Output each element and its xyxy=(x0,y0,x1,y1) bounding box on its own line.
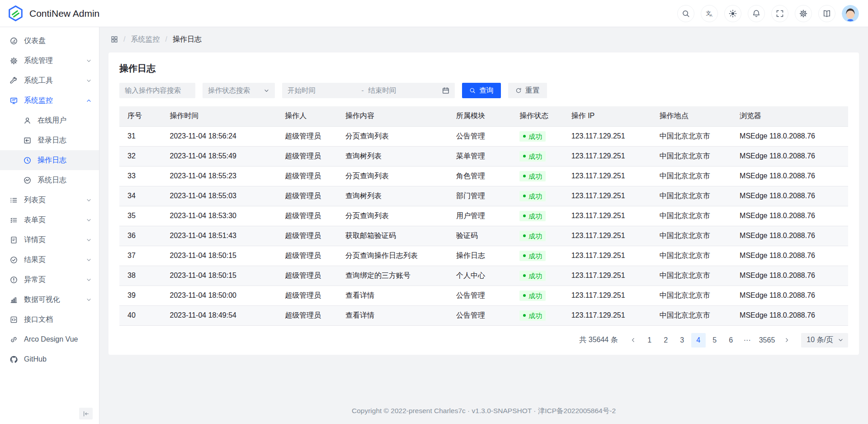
fullscreen-button[interactable] xyxy=(771,5,788,22)
history-icon xyxy=(24,157,31,164)
sidebar-item-label: 系统工具 xyxy=(24,76,80,86)
search-button[interactable]: 查询 xyxy=(462,83,501,98)
cell-location: 中国北京北京市 xyxy=(655,146,735,166)
sidebar-collapse-button[interactable] xyxy=(79,408,93,419)
cell-location: 中国北京北京市 xyxy=(655,166,735,186)
cell-index: 34 xyxy=(119,186,165,206)
user-avatar[interactable] xyxy=(842,5,859,22)
pagination-page-4[interactable]: 4 xyxy=(691,333,706,348)
sidebar-item-detail-page[interactable]: 详情页 xyxy=(0,230,99,250)
pagination-page-3[interactable]: 3 xyxy=(675,333,689,348)
pagination-prev-button[interactable] xyxy=(626,333,641,348)
sidebar-item-data-visualization[interactable]: 数据可视化 xyxy=(0,290,99,310)
sidebar-item-label: 结果页 xyxy=(24,255,80,265)
page-size-select[interactable]: 10 条/页 xyxy=(801,333,848,348)
bar-chart-icon xyxy=(10,296,18,304)
cell-module: 菜单管理 xyxy=(452,146,515,166)
chevron-down-icon xyxy=(86,257,92,263)
content-search-input[interactable] xyxy=(119,83,195,98)
chevron-left-icon xyxy=(630,337,636,343)
sidebar-item-label: 仪表盘 xyxy=(24,36,92,46)
column-header-ip: 操作 IP xyxy=(567,106,655,126)
sidebar-item-system-monitor[interactable]: 系统监控 xyxy=(0,91,99,110)
status-text: 成功 xyxy=(528,232,542,240)
translate-icon: 文A xyxy=(705,10,713,18)
cell-time: 2023-11-04 18:56:24 xyxy=(165,126,281,146)
cell-index: 38 xyxy=(119,266,165,286)
bell-icon xyxy=(752,10,760,18)
cell-status: 成功 xyxy=(515,286,566,305)
pagination-next-button[interactable] xyxy=(779,333,794,348)
cell-browser: MSEdge 118.0.2088.76 xyxy=(735,305,848,325)
cell-location: 中国北京北京市 xyxy=(655,266,735,286)
chevron-down-icon xyxy=(86,197,92,203)
sidebar-item-system-log[interactable]: 系统日志 xyxy=(0,170,99,190)
pagination-page-3565[interactable]: 3565 xyxy=(756,333,778,348)
docs-button[interactable] xyxy=(818,5,835,22)
code-square-icon xyxy=(10,316,18,324)
main-content: / 系统监控 / 操作日志 操作日志 操作状态搜索 开始时间 - 结束时间 xyxy=(99,27,868,424)
apps-grid-icon[interactable] xyxy=(111,36,118,43)
translate-button[interactable]: 文A xyxy=(701,5,718,22)
breadcrumb-item-parent[interactable]: 系统监控 xyxy=(131,35,160,44)
sidebar-item-label: 登录日志 xyxy=(38,136,92,145)
status-badge: 成功 xyxy=(519,271,546,281)
copyright-text: Copyright © 2022-present Charles7c · v1.… xyxy=(352,407,616,414)
breadcrumb-separator: / xyxy=(123,35,125,43)
search-button[interactable] xyxy=(677,5,694,22)
sidebar-item-github[interactable]: GitHub xyxy=(0,349,99,369)
settings-button[interactable] xyxy=(795,5,812,22)
status-dot-icon xyxy=(523,195,526,197)
search-icon xyxy=(469,87,476,94)
status-dot-icon xyxy=(523,294,526,297)
status-select-placeholder: 操作状态搜索 xyxy=(208,86,250,95)
reset-button[interactable]: 重置 xyxy=(508,83,547,98)
sidebar-item-form-page[interactable]: 表单页 xyxy=(0,210,99,230)
svg-text:A: A xyxy=(710,13,712,18)
pagination-page-2[interactable]: 2 xyxy=(659,333,673,348)
pagination-page-6[interactable]: 6 xyxy=(724,333,738,348)
cell-ip: 123.117.129.251 xyxy=(567,286,655,305)
cell-browser: MSEdge 118.0.2088.76 xyxy=(735,246,848,266)
status-select[interactable]: 操作状态搜索 xyxy=(203,83,275,98)
cell-module: 用户管理 xyxy=(452,206,515,226)
cell-browser: MSEdge 118.0.2088.76 xyxy=(735,146,848,166)
cell-status: 成功 xyxy=(515,146,566,166)
start-date-placeholder: 开始时间 xyxy=(288,86,357,95)
cell-module: 公告管理 xyxy=(452,126,515,146)
status-badge: 成功 xyxy=(519,251,546,261)
sidebar-item-operation-log[interactable]: 操作日志 xyxy=(0,150,99,170)
sidebar-item-arco-design-vue[interactable]: Arco Design Vue xyxy=(0,329,99,349)
sidebar-item-api-docs[interactable]: 接口文档 xyxy=(0,310,99,329)
form-icon xyxy=(10,216,18,224)
fullscreen-icon xyxy=(776,10,784,18)
notifications-button[interactable] xyxy=(748,5,765,22)
sidebar-item-dashboard[interactable]: 仪表盘 xyxy=(0,31,99,51)
cell-location: 中国北京北京市 xyxy=(655,305,735,325)
pagination-page-1[interactable]: 1 xyxy=(642,333,657,348)
document-icon xyxy=(10,236,18,244)
sidebar-item-system-management[interactable]: 系统管理 xyxy=(0,51,99,71)
theme-button[interactable] xyxy=(724,5,741,22)
sidebar-item-system-tools[interactable]: 系统工具 xyxy=(0,71,99,91)
sidebar-item-online-users[interactable]: 在线用户 xyxy=(0,110,99,130)
sidebar-item-exception-page[interactable]: 异常页 xyxy=(0,270,99,290)
sidebar: 仪表盘系统管理系统工具系统监控在线用户登录日志操作日志系统日志列表页表单页详情页… xyxy=(0,27,99,424)
date-range-picker[interactable]: 开始时间 - 结束时间 xyxy=(282,83,455,98)
column-header-index: 序号 xyxy=(119,106,165,126)
cell-content: 查询绑定的三方账号 xyxy=(341,266,452,286)
pagination-page-5[interactable]: 5 xyxy=(708,333,722,348)
sidebar-item-list-page[interactable]: 列表页 xyxy=(0,190,99,210)
cell-location: 中国北京北京市 xyxy=(655,286,735,305)
sidebar-item-login-log[interactable]: 登录日志 xyxy=(0,130,99,150)
status-text: 成功 xyxy=(528,192,542,200)
cell-time: 2023-11-04 18:51:43 xyxy=(165,226,281,246)
sidebar-item-result-page[interactable]: 结果页 xyxy=(0,250,99,270)
cell-operator: 超级管理员 xyxy=(280,186,341,206)
chevron-right-icon xyxy=(784,337,790,343)
cell-ip: 123.117.129.251 xyxy=(567,305,655,325)
logo[interactable]: ContiNew Admin xyxy=(7,5,99,22)
column-header-operator: 操作人 xyxy=(280,106,341,126)
cell-ip: 123.117.129.251 xyxy=(567,166,655,186)
cell-index: 32 xyxy=(119,146,165,166)
